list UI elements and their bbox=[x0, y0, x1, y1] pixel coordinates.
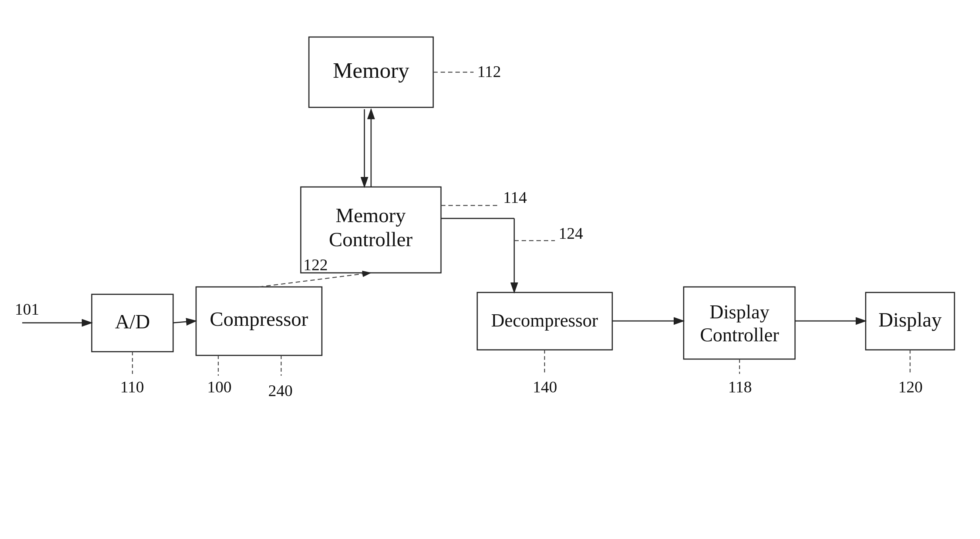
ad-label: A/D bbox=[115, 310, 150, 333]
arrow-ad-to-compressor bbox=[173, 321, 196, 323]
ref-124-label: 124 bbox=[558, 224, 583, 242]
ref-112-label: 112 bbox=[477, 62, 501, 81]
diagram-svg: Memory Memory Controller A/D Compressor … bbox=[0, 0, 980, 539]
display-controller-label: Display bbox=[710, 301, 770, 322]
decompressor-label: Decompressor bbox=[491, 310, 598, 330]
display-label: Display bbox=[878, 308, 942, 331]
ref-140-label: 140 bbox=[533, 378, 557, 396]
memory-controller-label: Memory bbox=[336, 204, 406, 226]
ref-100-label: 100 bbox=[207, 378, 232, 396]
compressor-label: Compressor bbox=[210, 308, 308, 330]
display-controller-label2: Controller bbox=[700, 324, 779, 345]
ref-118-label: 118 bbox=[728, 378, 752, 396]
ref-120-label: 120 bbox=[898, 378, 923, 396]
ref-122-label: 122 bbox=[303, 256, 328, 274]
ref-101-label: 101 bbox=[15, 300, 39, 318]
memory-label: Memory bbox=[333, 58, 409, 83]
ref-110-label: 110 bbox=[120, 378, 144, 396]
dashed-compressor-to-mc bbox=[259, 273, 371, 287]
diagram: Memory Memory Controller A/D Compressor … bbox=[0, 0, 980, 539]
ref-240-label: 240 bbox=[268, 382, 293, 400]
ref-114-label: 114 bbox=[503, 188, 527, 207]
memory-controller-label2: Controller bbox=[329, 228, 412, 250]
display-controller-box bbox=[684, 287, 795, 359]
